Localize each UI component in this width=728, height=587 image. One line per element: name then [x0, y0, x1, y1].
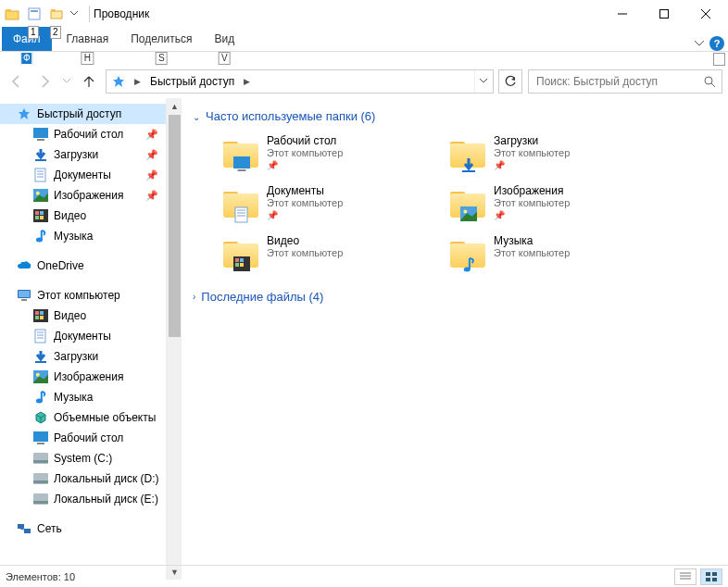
svg-rect-39	[40, 316, 44, 319]
sidebar-item-quick-access[interactable]: Быстрый доступ	[0, 104, 166, 124]
svg-rect-33	[21, 299, 27, 301]
pin-icon: 📌	[494, 210, 570, 220]
search-icon[interactable]	[704, 76, 716, 88]
chevron-down-icon[interactable]	[695, 39, 704, 48]
sidebar-item-drive[interactable]: Локальный диск (E:)	[0, 489, 166, 509]
minimize-button[interactable]	[601, 0, 643, 28]
pin-icon: 📌	[145, 190, 158, 202]
status-bar: Элементов: 10	[0, 565, 728, 587]
sidebar-item-desktop[interactable]: Рабочий стол📌	[0, 124, 166, 144]
tab-file[interactable]: Файл Ф	[2, 27, 52, 51]
svg-point-58	[44, 502, 46, 504]
pictures-icon	[33, 369, 48, 384]
sidebar-item-pictures[interactable]: Изображения	[0, 367, 166, 387]
sidebar-item-video[interactable]: Видео	[0, 306, 166, 326]
svg-rect-1	[6, 9, 11, 12]
svg-rect-4	[51, 11, 62, 19]
up-button[interactable]	[78, 70, 100, 93]
refresh-button[interactable]	[498, 69, 522, 94]
qat-btn-2[interactable]: 2	[46, 4, 67, 24]
documents-icon	[33, 168, 48, 182]
3d-icon	[33, 410, 48, 425]
svg-rect-64	[462, 170, 475, 172]
sidebar-item-network[interactable]: Сеть	[0, 518, 166, 539]
tab-share[interactable]: Поделиться S	[119, 27, 203, 51]
svg-rect-15	[33, 128, 48, 138]
sidebar-item-label: Рабочий стол	[54, 431, 123, 444]
sidebar-item-pictures[interactable]: Изображения📌	[0, 185, 166, 206]
arrow-right-icon	[37, 74, 52, 89]
key-hint: V	[219, 52, 231, 65]
tab-home[interactable]: Главная H	[56, 27, 120, 51]
sidebar-item-label: Рабочий стол	[54, 128, 123, 141]
content-area: ⌄ Часто используемые папки (6) Рабочий с…	[182, 98, 728, 580]
svg-rect-38	[35, 316, 39, 319]
folder-item-documents[interactable]: Документы Этот компьютер 📌	[219, 181, 436, 231]
scroll-thumb[interactable]	[169, 115, 181, 337]
chevron-down-icon	[63, 78, 70, 85]
svg-point-30	[36, 238, 43, 243]
scroll-up[interactable]: ▲	[167, 98, 182, 114]
breadcrumb-current[interactable]: Быстрый доступ	[146, 70, 238, 93]
recent-dropdown[interactable]	[61, 70, 72, 93]
forward-button[interactable]	[33, 70, 56, 93]
sidebar-item-label: Видео	[54, 309, 86, 322]
group-recent-header[interactable]: › Последние файлы (4)	[193, 290, 717, 304]
view-icons-button[interactable]	[700, 568, 722, 585]
desktop-icon	[33, 127, 48, 142]
tab-view[interactable]: Вид V	[203, 27, 245, 51]
view-details-button[interactable]	[674, 568, 697, 585]
sidebar-item-3d[interactable]: Объемные объекты	[0, 407, 166, 428]
address-box[interactable]: ▶ Быстрый доступ ▶	[106, 69, 494, 94]
sidebar-item-downloads[interactable]: Загрузки	[0, 346, 166, 367]
folder-name: Видео	[267, 234, 343, 247]
folder-location: Этот компьютер	[267, 247, 343, 258]
svg-rect-17	[35, 159, 46, 161]
folder-name: Музыка	[494, 234, 570, 247]
sidebar-item-drive[interactable]: System (C:)	[0, 448, 166, 468]
search-box[interactable]	[528, 69, 722, 94]
help-button[interactable]: ? E	[709, 36, 724, 51]
sidebar-item-onedrive[interactable]: OneDrive	[0, 256, 166, 276]
explorer-app-icon[interactable]	[2, 4, 22, 24]
network-icon	[17, 521, 31, 536]
body: Быстрый доступ Рабочий стол📌Загрузки📌Док…	[0, 98, 728, 580]
sidebar-item-label: Локальный диск (D:)	[54, 472, 159, 485]
key-hint: S	[156, 52, 168, 65]
folder-item-downloads[interactable]: Загрузки Этот компьютер 📌	[446, 131, 663, 181]
sidebar-item-this-pc[interactable]: Этот компьютер	[0, 285, 166, 306]
chevron-right-icon[interactable]: ▶	[240, 77, 254, 86]
svg-point-12	[705, 77, 712, 84]
search-input[interactable]	[534, 74, 704, 89]
folder-icon	[449, 134, 486, 171]
sidebar-item-documents[interactable]: Документы	[0, 326, 166, 346]
breadcrumb-root[interactable]	[108, 70, 129, 93]
qat-dropdown[interactable]	[69, 4, 80, 24]
group-frequent-header[interactable]: ⌄ Часто используемые папки (6)	[193, 109, 717, 123]
svg-rect-37	[40, 311, 44, 315]
qat-btn-1[interactable]: 1	[24, 4, 44, 24]
svg-line-13	[711, 83, 715, 87]
sidebar-item-music[interactable]: Музыка	[0, 226, 166, 246]
svg-rect-32	[19, 291, 30, 297]
tab-label: Вид	[214, 32, 234, 45]
folder-item-pictures[interactable]: Изображения Этот компьютер 📌	[446, 181, 663, 231]
group-label: Последние файлы (4)	[201, 290, 323, 304]
address-history-dropdown[interactable]	[474, 70, 491, 93]
sidebar-item-music[interactable]: Музыка	[0, 387, 166, 407]
chevron-right-icon[interactable]: ▶	[131, 77, 144, 86]
back-button[interactable]	[6, 70, 28, 93]
maximize-button[interactable]	[643, 0, 684, 28]
scrollbar[interactable]: ▲ ▼	[166, 98, 182, 580]
folder-item-music[interactable]: Музыка Этот компьютер	[446, 231, 663, 281]
sidebar-item-documents[interactable]: Документы📌	[0, 165, 166, 185]
sidebar-item-desktop[interactable]: Рабочий стол	[0, 428, 166, 448]
svg-marker-11	[113, 76, 124, 87]
sidebar-item-video[interactable]: Видео	[0, 206, 166, 226]
folder-item-desktop[interactable]: Рабочий стол Этот компьютер 📌	[219, 131, 436, 181]
folder-item-video[interactable]: Видео Этот компьютер	[219, 231, 436, 281]
sidebar-item-downloads[interactable]: Загрузки📌	[0, 144, 166, 165]
close-button[interactable]	[684, 0, 726, 28]
svg-rect-8	[659, 10, 668, 19]
sidebar-item-drive[interactable]: Локальный диск (D:)	[0, 468, 166, 489]
